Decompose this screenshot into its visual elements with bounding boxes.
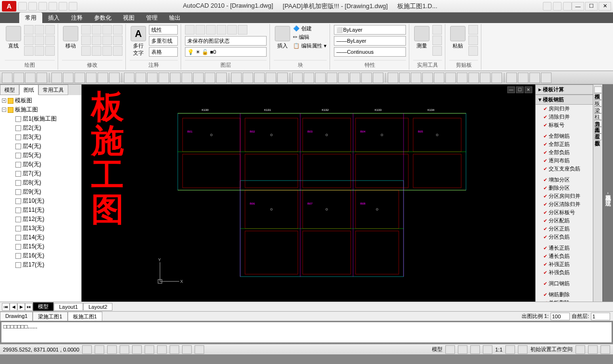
canvas-min[interactable]: —	[507, 86, 515, 93]
erase-button[interactable]	[102, 46, 112, 56]
sb-btn[interactable]	[470, 345, 480, 354]
key-icon[interactable]	[553, 2, 562, 11]
block-create-button[interactable]: 🔷 创建	[293, 25, 327, 32]
lp-tab-tools[interactable]: 常用工具	[38, 85, 68, 95]
util-1[interactable]	[432, 25, 442, 35]
tab-manage[interactable]: 管理	[140, 12, 163, 23]
match-button[interactable]	[468, 46, 478, 56]
osnap-button[interactable]	[132, 345, 142, 354]
spline-button[interactable]	[24, 46, 34, 56]
rp-item[interactable]: ✔钢筋删除	[536, 291, 593, 299]
tb-btn[interactable]	[411, 73, 421, 83]
join-button[interactable]	[113, 46, 123, 56]
tab-home[interactable]: 常用	[19, 12, 42, 23]
arc-button[interactable]	[45, 25, 55, 35]
tb-btn[interactable]	[541, 73, 552, 83]
layer-state-button[interactable]	[196, 25, 205, 35]
point-button[interactable]	[35, 46, 44, 56]
expand-icon[interactable]: +	[2, 98, 6, 103]
tb-btn[interactable]	[304, 73, 314, 83]
sb-btn[interactable]	[588, 345, 598, 354]
tb-btn[interactable]	[457, 73, 467, 83]
help-icon[interactable]	[563, 2, 572, 11]
qat-undo[interactable]	[49, 2, 57, 11]
polyline-button[interactable]	[24, 25, 34, 35]
qat-redo[interactable]	[59, 2, 67, 11]
tb-btn[interactable]	[254, 73, 265, 83]
canvas[interactable]: —☐✕ 板 施 工 图 K130K131K132K133K134 B0	[82, 85, 535, 302]
canvas-close[interactable]: ✕	[525, 86, 532, 93]
layer-freeze-button[interactable]	[217, 25, 226, 35]
tab-annotate[interactable]: 注释	[65, 12, 88, 23]
tb-btn[interactable]	[2, 73, 12, 83]
dwg-tab-2[interactable]: 梁施工图1	[33, 312, 67, 321]
rp-item[interactable]: ✔清除归并	[536, 113, 593, 121]
offset-button[interactable]	[113, 36, 123, 45]
rp-item[interactable]: ✔单板删除	[536, 299, 593, 302]
qat-print[interactable]	[69, 2, 77, 11]
tb-btn[interactable]	[231, 73, 242, 83]
tb-btn[interactable]	[205, 73, 215, 83]
minimize-button[interactable]: —	[572, 2, 584, 11]
tree-item[interactable]: 层3(无)	[1, 133, 80, 142]
tree-item[interactable]: 层17(无)	[1, 260, 80, 269]
sb-btn[interactable]	[445, 345, 455, 354]
floor-input[interactable]	[591, 313, 610, 320]
app-logo[interactable]: A	[2, 1, 16, 12]
sb-btn[interactable]	[505, 345, 515, 354]
tb-btn[interactable]	[388, 73, 398, 83]
move-button[interactable]: 移动	[62, 25, 79, 50]
sb-btn[interactable]	[483, 345, 492, 354]
qat-open[interactable]	[28, 2, 37, 11]
tb-btn[interactable]	[25, 73, 36, 83]
paste-button[interactable]: 粘贴	[449, 25, 466, 50]
circle-button[interactable]	[35, 25, 44, 35]
tb-btn[interactable]	[98, 73, 108, 83]
layer-combo[interactable]: 💡 ☀ 🔓 ■ 0	[185, 47, 267, 57]
snap-button[interactable]	[82, 345, 92, 354]
tree-item[interactable]: 层16(无)	[1, 251, 80, 260]
layout-next[interactable]: ▶	[17, 303, 25, 311]
rp-item[interactable]: ✔删除分区	[536, 184, 593, 192]
sb-btn[interactable]	[576, 345, 585, 354]
vside-tab[interactable]: 板	[594, 93, 602, 100]
rp-item[interactable]: ✔标板号	[536, 121, 593, 129]
dwg-tab-3[interactable]: 板施工图1	[68, 312, 102, 321]
tb-btn[interactable]	[468, 73, 479, 83]
tb-btn[interactable]	[277, 73, 288, 83]
rp-item[interactable]: ✔补强正筋	[536, 260, 593, 268]
trim-button[interactable]	[102, 25, 112, 35]
vside-tab[interactable]: 梁	[594, 100, 602, 107]
block-edit-button[interactable]: ✏ 编辑	[293, 34, 327, 41]
grid-button[interactable]	[95, 345, 104, 354]
tb-btn[interactable]	[292, 73, 303, 83]
search-icon[interactable]	[543, 2, 552, 11]
vside-tab[interactable]: 工程量	[594, 127, 602, 133]
workspace[interactable]: 初始设置工作空间	[530, 346, 573, 353]
linear-dim-button[interactable]: 线性	[149, 25, 178, 35]
tb-btn[interactable]	[338, 73, 349, 83]
layer-off-button[interactable]	[227, 25, 237, 35]
vside-tab[interactable]: 绘图工具	[594, 120, 602, 127]
ellipse-button[interactable]	[35, 36, 44, 45]
tb-btn[interactable]	[491, 73, 502, 83]
fillet-button[interactable]	[81, 46, 91, 56]
sb-btn[interactable]	[601, 345, 610, 354]
rp-item[interactable]: ✔房间归并	[536, 105, 593, 113]
tb-btn[interactable]	[327, 73, 337, 83]
explode-button[interactable]	[92, 46, 101, 56]
tb-btn[interactable]	[109, 73, 120, 83]
ortho-button[interactable]	[107, 345, 117, 354]
scale-button[interactable]	[92, 36, 101, 45]
array-button[interactable]	[102, 36, 112, 45]
tb-btn[interactable]	[350, 73, 360, 83]
tree-item[interactable]: 层4(无)	[1, 142, 80, 151]
tb-btn[interactable]	[434, 73, 444, 83]
tb-btn[interactable]	[51, 73, 62, 83]
tb-btn[interactable]	[135, 73, 146, 83]
tb-btn[interactable]	[63, 73, 74, 83]
layer-lock-button[interactable]	[238, 25, 247, 35]
ratio-input[interactable]	[551, 313, 570, 320]
tb-btn[interactable]	[506, 73, 517, 83]
rp-item[interactable]: ✔通长负筋	[536, 252, 593, 260]
